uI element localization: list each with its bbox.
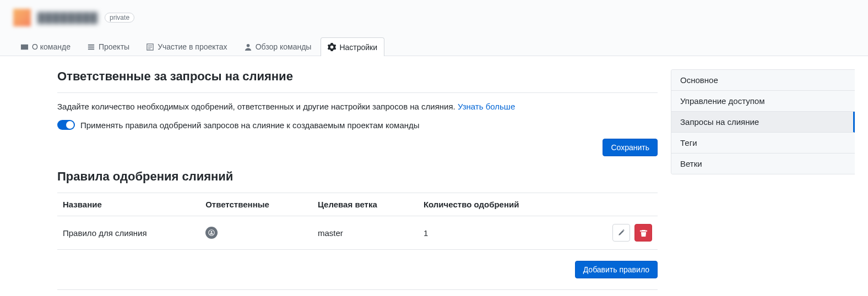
team-name: ████████ <box>37 12 98 24</box>
col-name: Название <box>57 193 200 216</box>
main-content: Ответственные за запросы на слияние Зада… <box>57 69 658 290</box>
toggle-label: Применять правила одобрений запросов на … <box>80 120 420 130</box>
rule-actions-cell <box>578 216 658 250</box>
col-approvals: Количество одобрений <box>418 193 578 216</box>
list-icon <box>87 43 95 51</box>
col-branch: Целевая ветка <box>312 193 418 216</box>
learn-more-link[interactable]: Узнать больше <box>458 102 515 111</box>
gear-icon <box>328 43 336 51</box>
save-row: Сохранить <box>57 139 658 156</box>
rule-responsibles-cell <box>200 216 312 250</box>
tab-settings[interactable]: Настройки <box>321 37 384 56</box>
delete-rule-button[interactable] <box>634 224 652 242</box>
add-rule-button[interactable]: Добавить правило <box>575 261 658 278</box>
table-header-row: Название Ответственные Целевая ветка Кол… <box>57 193 658 216</box>
tab-label: О команде <box>32 42 70 51</box>
save-button[interactable]: Сохранить <box>603 139 658 156</box>
col-actions <box>578 193 658 216</box>
sidebar-item-access[interactable]: Управление доступом <box>671 91 855 112</box>
merge-description: Задайте количество необходимых одобрений… <box>57 102 658 111</box>
tab-label: Проекты <box>99 42 129 51</box>
title-row: ████████ private <box>13 9 855 26</box>
rule-name-cell: Правило для слияния <box>57 216 200 250</box>
tab-label: Участие в проектах <box>158 42 227 51</box>
person-icon <box>244 43 252 51</box>
rule-branch-cell: master <box>312 216 418 250</box>
svg-point-0 <box>246 43 249 47</box>
tab-about[interactable]: О команде <box>13 37 78 56</box>
add-rule-row: Добавить правило <box>57 250 658 290</box>
tab-projects[interactable]: Проекты <box>80 37 137 56</box>
svg-point-2 <box>211 231 213 233</box>
nav-tabs: О команде Проекты Участие в проектах Обз… <box>13 37 855 56</box>
apply-rules-toggle-row: Применять правила одобрений запросов на … <box>57 120 658 130</box>
settings-sidebar: Основное Управление доступом Запросы на … <box>671 69 855 174</box>
team-avatar <box>13 9 31 26</box>
divider <box>57 92 658 93</box>
sidebar-item-branches[interactable]: Ветки <box>671 154 855 174</box>
rules-section-title: Правила одобрения слияний <box>57 169 658 184</box>
tab-overview[interactable]: Обзор команды <box>237 37 319 56</box>
id-card-icon <box>20 43 29 51</box>
col-responsibles: Ответственные <box>200 193 312 216</box>
table-row: Правило для слияния master 1 <box>57 216 658 250</box>
rules-table: Название Ответственные Целевая ветка Кол… <box>57 193 658 250</box>
visibility-badge: private <box>105 13 134 23</box>
sidebar-item-general[interactable]: Основное <box>671 70 855 91</box>
sidebar-item-merge-requests[interactable]: Запросы на слияние <box>671 112 855 133</box>
responsible-avatar <box>205 227 218 239</box>
edit-rule-button[interactable] <box>612 224 630 242</box>
list-alt-icon <box>146 43 154 51</box>
tab-participation[interactable]: Участие в проектах <box>139 37 234 56</box>
tab-label: Настройки <box>339 43 377 52</box>
sidebar-item-tags[interactable]: Теги <box>671 133 855 154</box>
apply-rules-toggle[interactable] <box>57 120 75 130</box>
page-header: ████████ private О команде Проекты Участ… <box>0 0 868 56</box>
tab-label: Обзор команды <box>256 42 312 51</box>
description-text: Задайте количество необходимых одобрений… <box>57 102 455 111</box>
merge-section-title: Ответственные за запросы на слияние <box>57 69 658 84</box>
rule-approvals-cell: 1 <box>418 216 578 250</box>
